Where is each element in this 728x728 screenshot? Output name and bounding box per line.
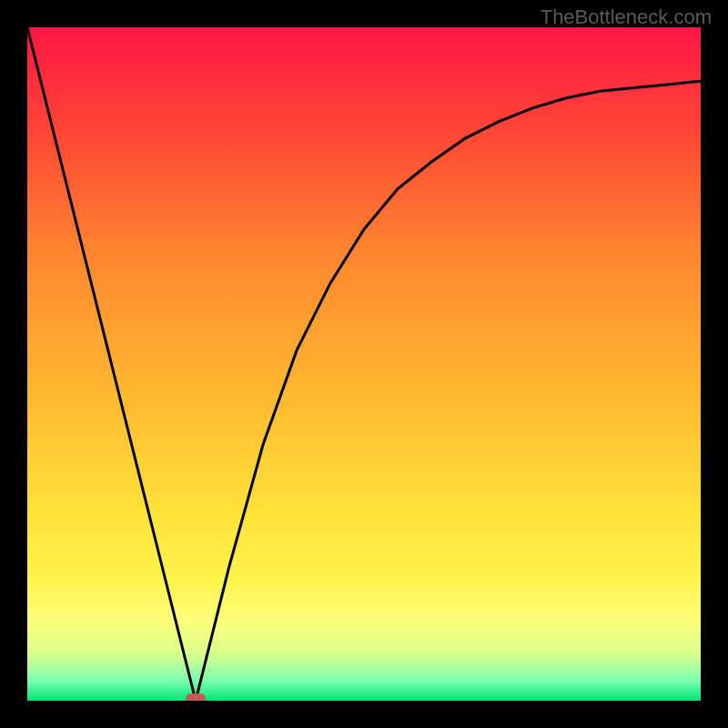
watermark-text: TheBottleneck.com: [541, 5, 712, 29]
plot-area: [27, 27, 701, 701]
optimum-marker: [186, 693, 206, 701]
curve-line: [27, 27, 701, 701]
